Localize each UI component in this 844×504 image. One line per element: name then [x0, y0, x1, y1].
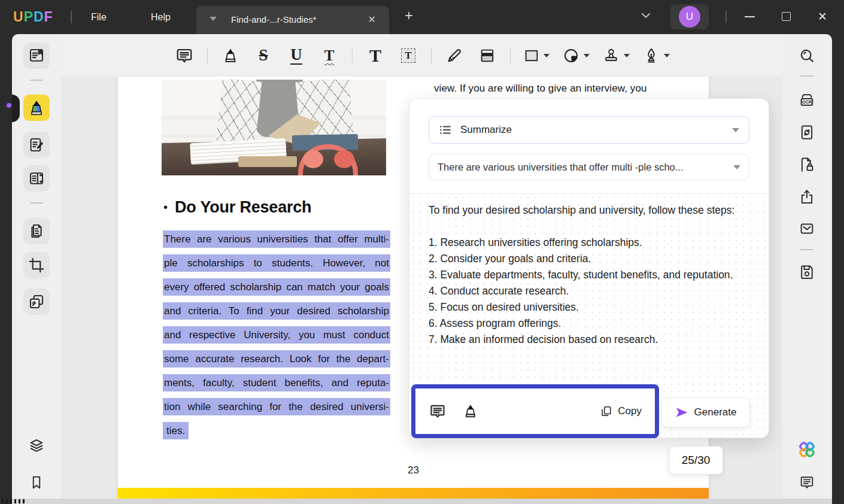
signature-tool-icon[interactable] [642, 44, 670, 68]
copy-label: Copy [618, 405, 642, 417]
ai-result-step: 2. Consider your goals and criteria. [429, 251, 745, 267]
copy-icon [600, 405, 613, 418]
page-number: 23 [118, 464, 709, 476]
document-photo [162, 80, 386, 175]
convert-icon[interactable] [794, 119, 820, 145]
copy-button[interactable]: Copy [600, 405, 642, 418]
comment-action-icon[interactable] [429, 402, 447, 420]
bookmark-icon[interactable] [23, 469, 50, 496]
search-icon[interactable] [794, 42, 820, 69]
titlebar-divider [725, 11, 727, 23]
new-tab-button[interactable]: + [400, 7, 418, 24]
chevron-down-icon[interactable] [733, 165, 740, 169]
minimize-button[interactable] [745, 16, 755, 17]
highlighted-text-line: and criteria. To find your desired schol… [163, 302, 390, 320]
reader-mode-icon[interactable] [23, 42, 50, 69]
chevron-down-icon[interactable] [664, 54, 670, 57]
sidebar-divider [800, 249, 813, 250]
ai-result-step: 1. Research universities offering schola… [429, 235, 745, 251]
updf-window: UPDF File Help Find-and-...r-Studies* ✕ … [0, 0, 844, 504]
highlighted-text-line: There are various universities that offe… [163, 230, 390, 248]
highlighted-text-line: ties. [163, 422, 189, 439]
highlight-action-icon[interactable] [462, 403, 479, 420]
updf-logo: UPDF [13, 9, 53, 25]
textbox-tool-icon[interactable]: T [398, 44, 418, 68]
underline-tool-icon[interactable]: U [286, 44, 306, 68]
ai-source-select[interactable]: There are various universities that offe… [429, 154, 749, 180]
chevron-down-icon[interactable] [584, 54, 590, 57]
ai-quota-badge: 25/30 [669, 446, 723, 475]
sidebar-divider [800, 75, 813, 77]
annotation-toolbar: S U T T T [62, 34, 782, 77]
text-glyph: T [369, 47, 381, 65]
menu-help[interactable]: Help [142, 0, 179, 34]
comment-tool-icon[interactable] [174, 44, 195, 68]
toolbar-divider [431, 48, 432, 63]
highlighted-text-line: tion while searching for the desired uni… [163, 398, 390, 415]
right-sidebar: OCR [782, 34, 832, 499]
eraser-tool-icon[interactable] [477, 44, 497, 68]
chevron-down-icon[interactable] [732, 128, 739, 132]
ai-assistant-icon[interactable] [794, 436, 820, 463]
heading-bullet: • [163, 201, 168, 214]
layers-icon[interactable] [23, 433, 50, 459]
titlebar-divider [71, 11, 72, 23]
strikethrough-tool-icon[interactable]: S [253, 44, 274, 68]
toolbar-divider [352, 48, 353, 63]
generate-button[interactable]: Generate [661, 397, 750, 427]
photo-headphone-cup [334, 150, 354, 168]
main-area: S U T T T [62, 34, 782, 499]
ocr-icon[interactable]: OCR [794, 87, 820, 113]
ocr-label: OCR [802, 99, 812, 105]
account-button[interactable]: U [670, 4, 709, 29]
ai-result-step: 5. Focus on desired universities. [429, 299, 745, 315]
document-tab[interactable]: Find-and-...r-Studies* ✕ [196, 6, 389, 34]
ai-mode-select[interactable]: Summarize [429, 116, 749, 144]
pencil-tool-icon[interactable] [444, 44, 464, 68]
extract-pages-icon[interactable] [23, 218, 50, 244]
document-text-line: view. If you are willing to give an inte… [434, 83, 647, 95]
edit-pdf-icon[interactable] [23, 132, 50, 158]
action-bar-highlight-callout: Copy [411, 384, 659, 438]
document-heading: • Do Your Research [163, 198, 311, 217]
squiggly-underline-tool-icon[interactable]: T [319, 44, 339, 68]
sticker-tool-icon[interactable] [562, 44, 590, 68]
stamp-tool-icon[interactable] [602, 44, 630, 68]
chevron-down-icon[interactable] [640, 12, 651, 19]
highlighter-tool-icon[interactable] [220, 44, 241, 68]
chat-comment-icon[interactable] [794, 469, 820, 496]
chevron-down-icon[interactable] [624, 54, 630, 57]
heading-text: Do Your Research [175, 198, 311, 217]
logo-letter: F [44, 9, 53, 25]
logo-letter: U [13, 9, 24, 25]
panel-collapse-handle[interactable] [12, 95, 20, 122]
save-icon[interactable] [794, 259, 820, 286]
ai-mode-label: Summarize [460, 124, 512, 136]
titlebar: UPDF File Help Find-and-...r-Studies* ✕ … [0, 0, 844, 34]
close-button[interactable]: ✕ [815, 10, 830, 23]
menu-file[interactable]: File [83, 0, 115, 34]
mail-icon[interactable] [794, 215, 820, 242]
maximize-button[interactable] [782, 12, 791, 21]
chevron-down-icon[interactable] [544, 54, 549, 57]
sidebar-divider [30, 80, 43, 81]
shape-tool-icon[interactable] [523, 44, 549, 68]
window-bottom-edge [12, 499, 832, 504]
slides-icon[interactable] [23, 289, 50, 315]
tab-close-icon[interactable]: ✕ [368, 6, 376, 34]
logo-letter: P [24, 9, 34, 25]
tab-dropdown-icon[interactable] [210, 17, 217, 21]
annotate-tool-active-icon[interactable] [23, 95, 50, 121]
organize-pages-icon[interactable] [23, 165, 50, 192]
avatar[interactable]: U [679, 6, 700, 28]
notification-dot [7, 103, 11, 108]
ai-result-step: 7. Make an informed decision based on re… [429, 332, 745, 348]
send-icon [675, 406, 688, 418]
ai-result-step: 3. Evaluate departments, faculty, studen… [429, 267, 745, 283]
crop-icon[interactable] [23, 252, 50, 278]
share-icon[interactable] [794, 184, 820, 210]
protect-icon[interactable] [794, 151, 820, 178]
tab-title: Find-and-...r-Studies* [231, 6, 317, 34]
text-tool-icon[interactable]: T [365, 44, 385, 68]
page-footer-bar [118, 488, 709, 499]
